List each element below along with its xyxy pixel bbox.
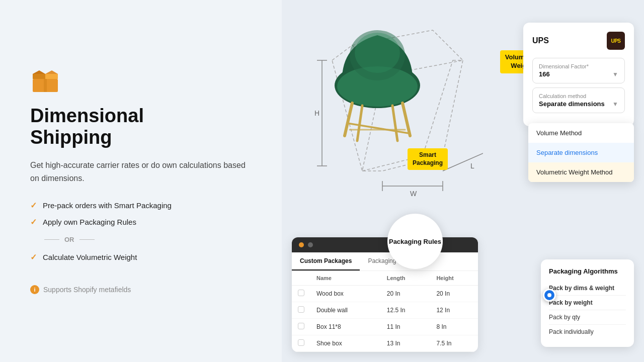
row-length: 12.5 In bbox=[381, 302, 431, 319]
table-row: Wood box 20 In 20 In bbox=[292, 286, 478, 302]
metafields-label: Supports Shopify metafields bbox=[43, 286, 131, 294]
algo-item[interactable]: Pack individually bbox=[549, 325, 626, 339]
row-height: 7.5 In bbox=[430, 335, 478, 352]
row-name: Box 11*8 bbox=[310, 319, 381, 335]
algo-item[interactable]: Pack by dims & weight bbox=[549, 281, 626, 296]
feature-item-2: ✓ Apply own Packaging Rules bbox=[30, 217, 252, 227]
svg-rect-1 bbox=[44, 79, 47, 92]
table-row: Box 11*8 11 In 8 In bbox=[292, 319, 478, 335]
dim-factor-label: Dimensional Factor* bbox=[539, 63, 618, 69]
row-length: 11 In bbox=[381, 319, 431, 335]
info-icon: i bbox=[30, 285, 39, 294]
col-name-header: Name bbox=[310, 271, 381, 286]
packaging-algorithms-card: Packaging Algorithms Pack by dims & weig… bbox=[541, 259, 634, 347]
svg-text:W: W bbox=[410, 190, 417, 196]
packages-table: Name Length Height Wood box 20 In 20 In … bbox=[292, 271, 478, 352]
metafields-note: i Supports Shopify metafields bbox=[30, 285, 252, 294]
dot-gray bbox=[308, 242, 313, 247]
svg-line-18 bbox=[345, 103, 352, 136]
table-row: Double wall 12.5 In 12 In bbox=[292, 302, 478, 319]
ups-logo: UPS bbox=[607, 32, 625, 50]
svg-line-20 bbox=[357, 106, 362, 141]
dropdown-item-volumetric-weight[interactable]: Volumetric Weight Method bbox=[528, 162, 634, 182]
row-height: 20 In bbox=[430, 286, 478, 302]
svg-line-21 bbox=[392, 106, 397, 141]
algo-items-list: Pack by dims & weightPack by weightPack … bbox=[549, 281, 626, 339]
dot-orange bbox=[299, 242, 304, 247]
svg-line-19 bbox=[403, 103, 410, 136]
col-checkbox-header bbox=[292, 271, 310, 286]
algo-card-title: Packaging Algorithms bbox=[549, 267, 626, 275]
col-height-header: Height bbox=[430, 271, 478, 286]
feature-list: ✓ Pre-pack orders with Smart Packaging ✓… bbox=[30, 201, 252, 262]
calc-method-field[interactable]: Calculation method Separate dimensions ▼ bbox=[532, 87, 625, 113]
row-height: 8 In bbox=[430, 319, 478, 335]
check-icon-1: ✓ bbox=[30, 201, 37, 210]
feature-item-3: ✓ Calculate Volumetric Weight bbox=[30, 252, 252, 262]
smart-packaging-badge: Smart Packaging bbox=[408, 148, 448, 170]
row-name: Double wall bbox=[310, 302, 381, 319]
dimensional-factor-field: Dimensional Factor* 166 ▼ bbox=[532, 58, 625, 83]
row-name: Wood box bbox=[310, 286, 381, 302]
page-title: Dimensional Shipping bbox=[30, 105, 252, 149]
feature-label-2: Apply own Packaging Rules bbox=[43, 218, 136, 226]
row-checkbox[interactable] bbox=[292, 286, 310, 302]
calc-method-value: Separate dimensions bbox=[539, 100, 605, 108]
check-icon-3: ✓ bbox=[30, 252, 37, 262]
or-divider: OR bbox=[30, 236, 252, 243]
ups-card-header: UPS UPS bbox=[532, 32, 625, 50]
calc-method-arrow[interactable]: ▼ bbox=[612, 101, 618, 108]
calc-method-label: Calculation method bbox=[539, 93, 618, 99]
row-name: Shoe box bbox=[310, 335, 381, 352]
right-panel: H W L Volumetric Weight bbox=[282, 0, 644, 362]
tab-custom-packages[interactable]: Custom Packages bbox=[292, 252, 360, 270]
row-checkbox[interactable] bbox=[292, 319, 310, 335]
col-length-header: Length bbox=[381, 271, 431, 286]
row-checkbox[interactable] bbox=[292, 335, 310, 352]
check-icon-2: ✓ bbox=[30, 217, 37, 227]
left-panel: Dimensional Shipping Get high-accurate c… bbox=[0, 0, 282, 362]
dropdown-item-separate-dims[interactable]: Separate dimensions bbox=[528, 143, 634, 162]
chair-illustration bbox=[312, 5, 443, 151]
box-icon bbox=[30, 68, 65, 93]
svg-line-22 bbox=[347, 123, 409, 133]
packaging-rules-bubble[interactable]: Packaging Rules bbox=[387, 214, 443, 269]
row-length: 13 In bbox=[381, 335, 431, 352]
svg-line-12 bbox=[443, 153, 483, 171]
packaging-table-card: Custom Packages Packaging Rules Name Len… bbox=[292, 237, 478, 352]
svg-text:L: L bbox=[470, 162, 474, 170]
feature-label-1: Pre-pack orders with Smart Packaging bbox=[43, 201, 172, 210]
table-row: Shoe box 13 In 7.5 In bbox=[292, 335, 478, 352]
row-checkbox[interactable] bbox=[292, 302, 310, 319]
dropdown-item-volume-method[interactable]: Volume Method bbox=[528, 123, 634, 143]
cursor-indicator bbox=[543, 289, 556, 302]
table-card-header bbox=[292, 237, 478, 252]
algo-item[interactable]: Pack by qty bbox=[549, 310, 626, 325]
row-height: 12 In bbox=[430, 302, 478, 319]
calculation-method-dropdown[interactable]: Volume Method Separate dimensions Volume… bbox=[528, 123, 634, 182]
dim-factor-value: 166 bbox=[539, 70, 550, 78]
row-length: 20 In bbox=[381, 286, 431, 302]
ups-card: UPS UPS Dimensional Factor* 166 ▼ Calcul… bbox=[523, 23, 634, 126]
svg-point-26 bbox=[547, 293, 551, 297]
svg-point-25 bbox=[355, 33, 400, 73]
feature-label-3: Calculate Volumetric Weight bbox=[43, 253, 137, 261]
algo-item[interactable]: Pack by weight bbox=[549, 296, 626, 310]
table-tabs: Custom Packages Packaging Rules bbox=[292, 252, 478, 271]
ups-card-title: UPS bbox=[532, 36, 549, 45]
page-subtitle: Get high-accurate carrier rates or do ow… bbox=[30, 159, 252, 185]
feature-item-1: ✓ Pre-pack orders with Smart Packaging bbox=[30, 201, 252, 210]
dim-factor-arrow[interactable]: ▼ bbox=[612, 71, 618, 78]
